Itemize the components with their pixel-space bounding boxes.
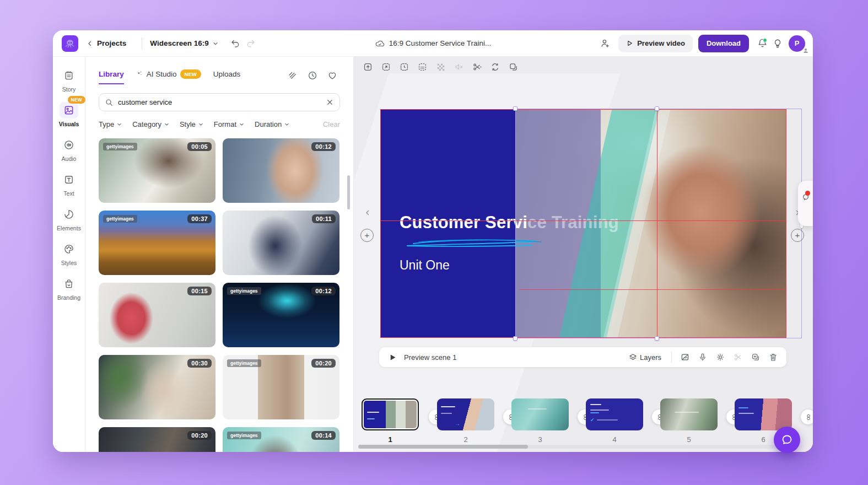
search-box[interactable] xyxy=(99,93,340,111)
sidebar-item-styles[interactable]: Styles xyxy=(55,237,83,270)
play-scene-button[interactable] xyxy=(386,351,399,364)
split-scene-scissors-icon[interactable] xyxy=(730,349,746,365)
timeline-scene-5[interactable] xyxy=(660,398,718,430)
tab-ai-studio[interactable]: AI Studio NEW xyxy=(136,69,201,85)
tab-library[interactable]: Library xyxy=(99,70,124,84)
timeline-scene-3[interactable] xyxy=(511,398,569,430)
timeline-scrollbar[interactable] xyxy=(358,445,528,449)
scene-number[interactable]: 4 xyxy=(586,435,643,444)
selection-handle[interactable] xyxy=(513,336,517,341)
app-window: Projects Widescreen 16:9 16:9 Customer S… xyxy=(53,30,813,452)
panel-scrollbar[interactable] xyxy=(347,175,350,209)
crop-guide-horizontal xyxy=(380,220,786,221)
back-to-projects[interactable]: Projects xyxy=(86,39,126,47)
sidebar-item-story[interactable]: Story xyxy=(55,63,83,96)
filter-style[interactable]: Style xyxy=(180,120,204,128)
invite-user-icon[interactable] xyxy=(597,36,613,51)
scene-settings-gear-icon[interactable] xyxy=(713,349,728,365)
scene-number[interactable]: 5 xyxy=(660,435,718,444)
document-title-area[interactable]: 16:9 Customer Service Traini... xyxy=(375,39,491,48)
search-input[interactable] xyxy=(118,98,321,106)
timeline-scene-2[interactable]: → xyxy=(437,398,494,430)
prev-scene-chevron[interactable] xyxy=(364,209,371,217)
media-thumbnail[interactable]: 00:20 xyxy=(99,427,215,452)
timeline-scene-6[interactable] xyxy=(735,398,792,430)
notifications-bell-icon[interactable] xyxy=(754,36,770,51)
timeline-scene-1[interactable] xyxy=(362,398,419,430)
fit-frame-icon[interactable] xyxy=(379,60,393,74)
duration-badge: 00:14 xyxy=(311,431,336,440)
delete-scene-trash-icon[interactable] xyxy=(765,349,781,365)
comments-float-tab[interactable] xyxy=(798,181,813,226)
sidebar-item-visuals[interactable]: NEW Visuals xyxy=(55,98,83,131)
slide-subtitle-text[interactable]: Unit One xyxy=(400,258,450,273)
voiceover-mic-icon[interactable] xyxy=(695,349,710,365)
clear-search-icon[interactable] xyxy=(326,98,334,106)
duplicate-icon[interactable] xyxy=(506,60,521,74)
media-thumbnail[interactable]: gettyimages00:37 xyxy=(99,211,215,275)
duplicate-scene-icon[interactable] xyxy=(748,349,763,365)
filter-format[interactable]: Format xyxy=(214,120,245,128)
tips-lightbulb-icon[interactable] xyxy=(770,36,785,51)
filter-category[interactable]: Category xyxy=(132,120,170,128)
filter-duration[interactable]: Duration xyxy=(255,120,290,128)
slashes-icon[interactable] xyxy=(285,68,300,83)
slide-title-text[interactable]: Customer Service Training xyxy=(400,213,619,233)
crop-guide-vertical xyxy=(657,109,657,338)
media-thumbnail[interactable]: 00:15 xyxy=(99,283,215,347)
duration-badge: 00:15 xyxy=(187,287,212,295)
app-logo-octopus[interactable] xyxy=(62,35,78,52)
download-button[interactable]: Download xyxy=(698,35,749,52)
clear-filters-button[interactable]: Clear xyxy=(323,120,340,128)
media-thumbnail[interactable]: gettyimages00:05 xyxy=(99,138,215,203)
volume-muted-icon[interactable] xyxy=(451,60,466,74)
favorites-heart-icon[interactable] xyxy=(325,68,340,83)
search-icon xyxy=(105,98,114,107)
undo-button[interactable] xyxy=(228,36,243,51)
replace-media-icon[interactable] xyxy=(360,60,375,74)
media-thumbnail[interactable]: gettyimages00:14 xyxy=(223,427,339,452)
selection-handle[interactable] xyxy=(513,106,517,111)
tab-uploads[interactable]: Uploads xyxy=(213,70,241,84)
user-avatar[interactable]: P xyxy=(789,35,805,52)
position-grid-icon[interactable] xyxy=(415,60,430,74)
selection-handle[interactable] xyxy=(655,336,659,341)
play-icon xyxy=(626,40,633,47)
layers-button[interactable]: Layers xyxy=(629,353,661,362)
history-clock-icon[interactable] xyxy=(305,68,320,83)
scene-number[interactable]: 1 xyxy=(362,435,419,444)
visuals-icon xyxy=(60,102,78,118)
media-thumbnail[interactable]: 00:11 xyxy=(223,211,339,275)
chat-support-button[interactable] xyxy=(774,427,800,453)
chevron-down-icon xyxy=(212,40,219,47)
timeline-scene-4[interactable]: ✔ xyxy=(586,398,643,430)
slide-canvas[interactable]: Customer Service Training Unit One xyxy=(380,109,786,338)
hide-visual-icon[interactable] xyxy=(677,349,693,365)
aspect-ratio-selector[interactable]: Widescreen 16:9 xyxy=(150,39,218,47)
media-thumbnail[interactable]: gettyimages00:20 xyxy=(223,355,339,419)
sidebar-item-elements[interactable]: Elements xyxy=(55,202,83,235)
preview-video-button[interactable]: Preview video xyxy=(618,35,693,52)
add-scene-left-button[interactable]: + xyxy=(360,229,374,242)
loop-icon[interactable] xyxy=(488,60,503,74)
media-thumbnail[interactable]: gettyimages00:12 xyxy=(223,283,339,347)
media-thumbnail[interactable]: 00:12 xyxy=(223,138,339,203)
filter-type[interactable]: Type xyxy=(99,120,122,128)
swoosh-underline[interactable] xyxy=(397,237,546,249)
transition-button[interactable] xyxy=(801,409,813,424)
sidebar-item-audio[interactable]: Audio xyxy=(55,133,83,165)
media-thumbnail[interactable]: 00:30 xyxy=(99,355,215,419)
scene-number[interactable]: 3 xyxy=(511,435,569,444)
transparency-icon[interactable] xyxy=(433,60,448,74)
selection-handle[interactable] xyxy=(655,106,659,111)
scene-number[interactable]: 2 xyxy=(437,435,494,444)
add-scene-right-button[interactable]: + xyxy=(791,229,804,242)
scene-bar-label: Preview scene 1 xyxy=(404,353,456,362)
sidebar-item-branding[interactable]: Branding xyxy=(55,272,83,304)
left-sidebar: Story NEW Visuals Audio Text Elements xyxy=(53,57,85,452)
set-duration-icon[interactable] xyxy=(397,60,412,74)
aspect-label: Widescreen 16:9 xyxy=(150,39,208,47)
sidebar-item-text[interactable]: Text xyxy=(55,168,83,200)
redo-button[interactable] xyxy=(243,36,258,51)
trim-scissors-icon[interactable] xyxy=(470,60,484,74)
